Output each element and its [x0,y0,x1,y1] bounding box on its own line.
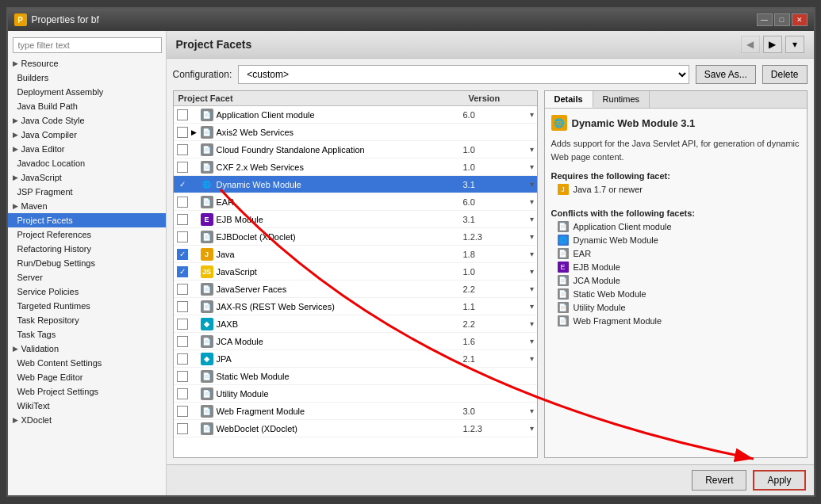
sidebar-item-project-facets[interactable]: Project Facets [8,213,166,227]
facet-row[interactable]: ◆JAXB2.2▾ [174,315,537,333]
facet-checkbox[interactable] [177,284,188,295]
facet-checkbox[interactable] [177,301,188,312]
facet-checkbox[interactable] [177,197,188,208]
version-dropdown-icon[interactable]: ▾ [530,337,534,346]
sidebar-item-web-content-settings[interactable]: Web Content Settings [8,356,166,370]
minimize-button[interactable]: — [757,13,773,26]
facet-row[interactable]: ✓JSJavaScript1.0▾ [174,263,537,281]
sidebar-item-java-build-path[interactable]: Java Build Path [8,99,166,113]
tab-runtimes[interactable]: Runtimes [593,91,650,108]
facet-checkbox[interactable] [177,388,188,399]
forward-button[interactable]: ▶ [763,36,782,53]
facet-checkbox[interactable] [177,423,188,434]
sidebar-item-refactoring-history[interactable]: Refactoring History [8,242,166,256]
menu-button[interactable]: ▾ [785,36,804,53]
facet-row[interactable]: 📄Application Client module6.0▾ [174,106,537,124]
version-dropdown-icon[interactable]: ▾ [530,250,534,258]
facet-checkbox[interactable]: ✓ [177,266,188,277]
sidebar-item-run/debug-settings[interactable]: Run/Debug Settings [8,256,166,270]
facet-row[interactable]: ✓🌐Dynamic Web Module3.1▾ [174,176,537,193]
sidebar-item-jsp-fragment[interactable]: JSP Fragment [8,185,166,199]
facet-row[interactable]: 📄Utility Module [174,385,537,403]
version-dropdown-icon[interactable]: ▾ [530,145,534,154]
facet-checkbox[interactable] [177,162,188,173]
version-dropdown-icon[interactable]: ▾ [530,407,534,415]
sidebar-item-resource[interactable]: ▶Resource [8,56,166,71]
sidebar-item-java-code-style[interactable]: ▶Java Code Style [8,113,166,128]
facet-row[interactable]: 📄Web Fragment Module3.0▾ [174,403,537,420]
sidebar-item-java-compiler[interactable]: ▶Java Compiler [8,128,166,142]
facet-checkbox[interactable] [177,109,188,120]
facet-checkbox[interactable]: ✓ [177,249,188,260]
back-button[interactable]: ◀ [741,36,760,53]
facet-row[interactable]: 📄Static Web Module [174,368,537,385]
facet-checkbox[interactable] [177,353,188,365]
sidebar-item-targeted-runtimes[interactable]: Targeted Runtimes [8,299,166,313]
version-dropdown-icon[interactable]: ▾ [530,162,534,171]
facet-row[interactable]: 📄CXF 2.x Web Services1.0▾ [174,158,537,176]
sidebar-item-javascript[interactable]: ▶JavaScript [8,170,166,185]
facet-row[interactable]: ▶📄Axis2 Web Services [174,124,537,141]
version-dropdown-icon[interactable]: ▾ [530,424,534,433]
facet-row[interactable]: 📄Cloud Foundry Standalone Application1.0… [174,141,537,158]
facet-row[interactable]: ✓JJava1.8▾ [174,246,537,263]
config-select[interactable]: <custom> [238,65,689,84]
version-dropdown-icon[interactable]: ▾ [530,110,534,119]
tab-details[interactable]: Details [545,91,593,108]
facet-checkbox[interactable] [177,406,188,417]
delete-button[interactable]: Delete [762,65,808,84]
facet-row[interactable]: 📄JAX-RS (REST Web Services)1.1▾ [174,298,537,315]
facet-version: 1.2.3 [463,424,527,433]
sidebar-item-deployment-assembly[interactable]: Deployment Assembly [8,85,166,99]
version-dropdown-icon[interactable]: ▾ [530,354,534,363]
sidebar-item-service-policies[interactable]: Service Policies [8,284,166,299]
facet-name-label: Axis2 Web Services [217,128,470,137]
sidebar-item-builders[interactable]: Builders [8,71,166,85]
facet-row[interactable]: EEJB Module3.1▾ [174,211,537,228]
facet-row[interactable]: ◆JPA2.1▾ [174,350,537,368]
module-title: Dynamic Web Module 3.1 [572,117,696,129]
facet-checkbox[interactable] [177,371,188,382]
filter-input[interactable] [13,37,162,53]
facet-row[interactable]: 📄EAR6.0▾ [174,193,537,211]
close-button[interactable]: ✕ [792,13,808,26]
sidebar-item-server[interactable]: Server [8,270,166,284]
facet-checkbox[interactable] [177,231,188,242]
sidebar-item-project-references[interactable]: Project References [8,227,166,242]
sidebar-item-web-project-settings[interactable]: Web Project Settings [8,384,166,399]
version-dropdown-icon[interactable]: ▾ [530,319,534,328]
revert-button[interactable]: Revert [692,470,746,491]
sidebar-item-web-page-editor[interactable]: Web Page Editor [8,370,166,384]
version-dropdown-icon[interactable]: ▾ [530,302,534,311]
sidebar-item-javadoc-location[interactable]: Javadoc Location [8,156,166,170]
facet-checkbox[interactable] [177,127,188,138]
sidebar-item-label: Java Compiler [21,130,77,139]
save-as-button[interactable]: Save As... [696,65,756,84]
maximize-button[interactable]: □ [774,13,790,26]
version-dropdown-icon[interactable]: ▾ [530,284,534,293]
sidebar-item-xdoclet[interactable]: ▶XDoclet [8,413,166,427]
version-dropdown-icon[interactable]: ▾ [530,215,534,223]
facet-checkbox[interactable] [177,144,188,155]
facet-row[interactable]: 📄JavaServer Faces2.2▾ [174,281,537,298]
facet-row[interactable]: 📄WebDoclet (XDoclet)1.2.3▾ [174,420,537,437]
version-dropdown-icon[interactable]: ▾ [530,197,534,206]
facet-checkbox[interactable] [177,319,188,330]
sidebar-item-task-tags[interactable]: Task Tags [8,327,166,342]
version-dropdown-icon[interactable]: ▾ [530,267,534,276]
facet-checkbox[interactable] [177,214,188,225]
facet-row[interactable]: 📄EJBDoclet (XDoclet)1.2.3▾ [174,228,537,246]
apply-button[interactable]: Apply [753,470,805,491]
version-dropdown-icon[interactable]: ▾ [530,180,534,189]
version-dropdown-icon[interactable]: ▾ [530,232,534,241]
sidebar-item-label: Resource [21,59,59,68]
sidebar-item-java-editor[interactable]: ▶Java Editor [8,142,166,156]
facet-checkbox[interactable] [177,336,188,347]
sidebar-item-maven[interactable]: ▶Maven [8,199,166,213]
facet-checkbox[interactable]: ✓ [177,179,188,190]
sidebar-item-validation[interactable]: ▶Validation [8,342,166,356]
sidebar-item-task-repository[interactable]: Task Repository [8,313,166,327]
facet-type-icon: 📄 [201,161,213,174]
sidebar-item-wikitext[interactable]: WikiText [8,399,166,413]
facet-row[interactable]: 📄JCA Module1.6▾ [174,333,537,350]
